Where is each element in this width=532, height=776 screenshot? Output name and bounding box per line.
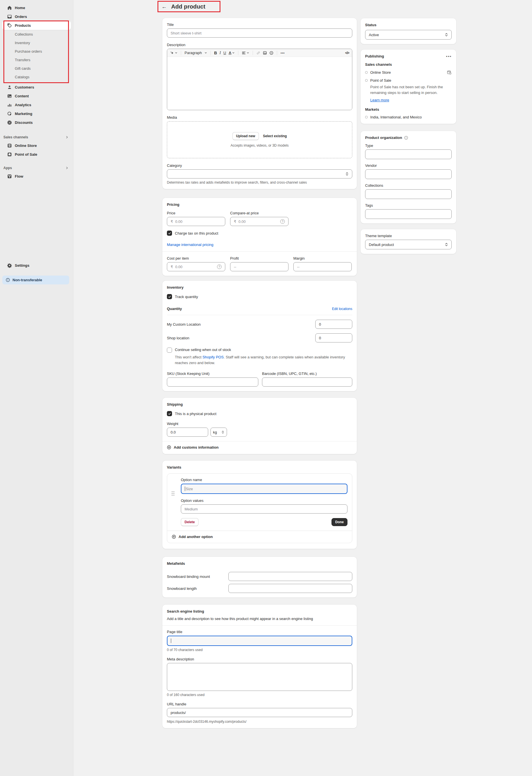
pos-note: Point of Sale has not been set up. Finis… — [370, 84, 452, 95]
magic-ai-icon[interactable] — [170, 51, 177, 55]
quantity-input-shop-location[interactable]: 0 — [315, 333, 352, 343]
sidebar-item-gift-cards[interactable]: Gift cards — [2, 64, 71, 72]
margin-input[interactable]: -- — [293, 262, 352, 271]
info-circle-icon[interactable] — [404, 136, 408, 140]
sidebar-item-collections[interactable]: Collections — [2, 30, 71, 38]
tags-input[interactable] — [365, 209, 452, 219]
price-input[interactable]: ₹ 0.00 — [167, 217, 225, 226]
sidebar-item-home[interactable]: Home — [2, 3, 71, 12]
description-label: Description — [167, 43, 352, 47]
sidebar-item-analytics[interactable]: Analytics — [2, 101, 71, 109]
sidebar-item-transfers[interactable]: Transfers — [2, 55, 71, 64]
sidebar-item-label: Customers — [15, 85, 34, 89]
calendar-clock-icon[interactable] — [447, 70, 452, 75]
track-quantity-checkbox[interactable]: Track quantity — [167, 294, 352, 299]
sidebar-item-products[interactable]: Products — [2, 21, 71, 30]
compare-at-price-input[interactable]: ₹ 0.00 ? — [230, 217, 289, 226]
quantity-input-custom-location[interactable]: 0 — [315, 320, 352, 329]
sidebar-item-online-store[interactable]: Online Store — [2, 141, 71, 150]
metafields-card: Metafields Snowboard binding mount Snowb… — [162, 557, 357, 597]
page-title-input[interactable] — [167, 636, 352, 646]
vendor-input[interactable] — [365, 169, 452, 179]
checkbox-checked-icon — [167, 231, 172, 236]
content-icon — [7, 93, 12, 99]
weight-unit-select[interactable]: kg — [210, 428, 227, 437]
continue-selling-checkbox[interactable]: Continue selling when out of stock — [167, 348, 352, 353]
add-another-option-button[interactable]: Add another option — [172, 531, 347, 543]
done-option-button[interactable]: Done — [332, 518, 347, 526]
link-icon[interactable] — [256, 51, 260, 55]
delete-option-button[interactable]: Delete — [181, 518, 198, 526]
more-options-icon[interactable]: ••• — [281, 51, 285, 55]
url-handle-input[interactable]: products/ — [167, 708, 352, 717]
underline-icon[interactable]: U — [223, 51, 226, 55]
category-select[interactable] — [167, 169, 352, 179]
barcode-input[interactable] — [262, 377, 352, 387]
sku-input[interactable] — [167, 377, 258, 387]
cost-per-item-input[interactable]: ₹ 0.00 ? — [167, 262, 225, 271]
metafield-input-length[interactable] — [228, 584, 352, 593]
url-preview: https://quickstart-2dc03146.myshopify.co… — [167, 720, 352, 724]
sidebar-item-point-of-sale[interactable]: Point of Sale — [2, 150, 71, 159]
shopify-pos-link[interactable]: Shopify POS — [202, 355, 223, 359]
apps-header[interactable]: Apps — [2, 164, 71, 172]
updown-caret-icon — [445, 242, 448, 246]
upload-new-button[interactable]: Upload new — [232, 132, 259, 140]
products-tag-icon — [7, 23, 12, 28]
side-column: Status Active Publishing ••• Sales chann… — [361, 18, 456, 254]
manage-international-pricing-link[interactable]: Manage international pricing — [167, 242, 213, 247]
show-html-icon[interactable]: </> — [345, 51, 349, 55]
edit-locations-link[interactable]: Edit locations — [332, 307, 352, 311]
media-dropzone[interactable]: Upload new Select existing Accepts image… — [167, 121, 352, 158]
chevron-right-icon — [65, 136, 69, 139]
charge-tax-checkbox[interactable]: Charge tax on this product — [167, 231, 352, 236]
home-icon — [7, 5, 12, 11]
media-hint: Accepts images, videos, or 3D models — [230, 144, 289, 148]
option-name-label: Option name — [181, 478, 347, 482]
status-select[interactable]: Active — [365, 30, 452, 40]
question-circle-icon[interactable]: ? — [217, 264, 221, 269]
currency-prefix: ₹ — [234, 219, 236, 224]
profit-input[interactable]: -- — [230, 262, 289, 271]
variants-heading: Variants — [167, 465, 352, 469]
option-value-input[interactable]: Medium — [181, 505, 347, 514]
non-transferable-banner[interactable]: Non-transferable — [2, 275, 69, 284]
sidebar-item-purchase-orders[interactable]: Purchase orders — [2, 47, 71, 55]
meta-description-input[interactable] — [167, 663, 352, 691]
sidebar-item-content[interactable]: Content — [2, 92, 71, 101]
updown-caret-icon — [445, 33, 448, 37]
insert-image-icon[interactable] — [263, 51, 267, 55]
description-input[interactable] — [167, 57, 352, 110]
italic-icon[interactable]: I — [219, 51, 221, 55]
question-circle-icon[interactable]: ? — [280, 219, 285, 224]
insert-video-icon[interactable] — [270, 51, 274, 55]
title-input[interactable]: Short sleeve t-shirt — [167, 28, 352, 38]
paragraph-style-dropdown[interactable]: Paragraph — [185, 51, 207, 55]
horizontal-dots-icon[interactable]: ••• — [446, 54, 452, 58]
sidebar-item-inventory[interactable]: Inventory — [2, 38, 71, 47]
back-arrow-icon[interactable]: ← — [162, 4, 167, 9]
learn-more-link[interactable]: Learn more — [370, 98, 389, 102]
collections-input[interactable] — [365, 189, 452, 199]
market-bullet-icon — [365, 116, 368, 119]
bold-icon[interactable]: B — [214, 51, 217, 55]
sidebar-item-marketing[interactable]: Marketing — [2, 109, 71, 118]
physical-product-checkbox[interactable]: This is a physical product — [167, 411, 352, 416]
sidebar-item-settings[interactable]: Settings — [2, 261, 71, 270]
weight-input[interactable]: 0.0 — [167, 428, 208, 437]
add-customs-information-button[interactable]: Add customs information — [167, 441, 352, 449]
metafield-input-binding-mount[interactable] — [228, 572, 352, 581]
alignment-icon[interactable] — [242, 51, 249, 55]
select-existing-button[interactable]: Select existing — [263, 134, 287, 138]
type-input[interactable] — [365, 150, 452, 159]
option-name-input[interactable]: Size — [181, 483, 347, 494]
sales-channels-header[interactable]: Sales channels — [2, 133, 71, 141]
sidebar-item-catalogs[interactable]: Catalogs — [2, 72, 71, 81]
theme-template-select[interactable]: Default product — [365, 240, 452, 249]
drag-handle-icon[interactable] — [172, 491, 175, 496]
sidebar-item-flow[interactable]: Flow — [2, 172, 71, 181]
text-color-icon[interactable]: A — [229, 51, 235, 55]
sidebar-item-orders[interactable]: Orders — [2, 12, 71, 21]
sidebar-item-discounts[interactable]: Discounts — [2, 118, 71, 127]
sidebar-item-customers[interactable]: Customers — [2, 83, 71, 92]
